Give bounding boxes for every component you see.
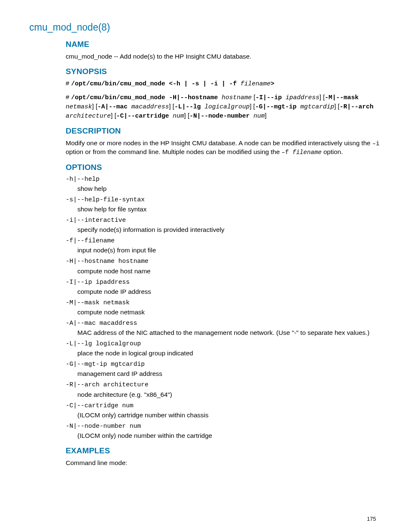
syn-end: > <box>271 80 274 87</box>
syn2-ip-arg: ipaddress <box>286 94 320 101</box>
option-desc: compute node netmask <box>77 308 382 317</box>
synopsis-line-2: # /opt/cmu/bin/cmu_mod_node -H|--hostnam… <box>66 93 382 121</box>
option-desc: MAC address of the NIC attached to the m… <box>77 329 382 337</box>
page-title: cmu_mod_node(8) <box>29 21 382 34</box>
desc-code-b: –f <box>281 149 292 156</box>
option-flag: -s|--help-file-syntax <box>66 196 382 204</box>
syn-opts: <-h | -s | -i | -f <box>165 80 240 87</box>
option-flag: -L|--lg logicalgroup <box>66 340 382 348</box>
option-flag: -G|--mgt-ip mgtcardip <box>66 360 382 369</box>
syn2-mgt-b: -G|--mgt-ip <box>255 103 300 111</box>
syn2-mgt-a: [ <box>251 103 255 110</box>
syn2-arch-a: [ <box>336 103 340 110</box>
section-heading-description: DESCRIPTION <box>66 126 382 136</box>
syn2-lg-b: -L|--lg <box>174 103 205 111</box>
option-desc: node architecture (e.g. "x86_64") <box>77 391 382 399</box>
syn2-lg-a: [ <box>171 103 174 110</box>
syn2-node-c: ] <box>265 112 266 119</box>
desc-code-b-arg: filename <box>292 149 322 156</box>
syn2-mac-arg: macaddress <box>131 103 169 111</box>
section-heading-examples: EXAMPLES <box>66 445 382 456</box>
syn-cmd: /opt/cmu/bin/cmu_mod_node <box>71 80 165 87</box>
option-desc: compute node IP address <box>77 288 382 296</box>
syn2-cart-arg: num <box>173 113 184 120</box>
option-desc: specify node(s) information is provided … <box>77 226 382 234</box>
name-text: cmu_mod_node -- Add node(s) to the HP In… <box>66 52 382 61</box>
option-flag: -i|--interactive <box>66 216 382 225</box>
option-flag: -f|--filename <box>66 237 382 245</box>
section-heading-synopsis: SYNOPSIS <box>66 66 382 77</box>
syn2-node-arg: num <box>253 113 265 120</box>
option-desc: show help <box>77 185 382 193</box>
option-desc: input node(s) from input file <box>77 246 382 255</box>
option-desc: show help for file syntax <box>77 205 382 214</box>
desc-code-a: –i <box>372 140 379 147</box>
option-desc: (ILOCM only) node number within the cart… <box>77 432 382 440</box>
syn-prefix: # <box>66 80 71 87</box>
option-desc: (ILOCM only) cartridge number within cha… <box>77 411 382 420</box>
desc-c: option. <box>322 148 343 155</box>
syn2-prefix: # <box>66 93 71 100</box>
synopsis-line-1: # /opt/cmu/bin/cmu_mod_node <-h | -s | -… <box>66 79 382 88</box>
section-heading-name: NAME <box>66 39 382 50</box>
syn2-node-b: -N|--node-number <box>189 113 253 120</box>
syn2-mac-b: -A|--mac <box>97 103 131 111</box>
syn2-host: hostname <box>222 94 252 101</box>
option-flag: -A|--mac macaddress <box>66 319 382 328</box>
syn2-arch-b: -R|--arch <box>340 103 373 111</box>
syn2-ip-b: -I|--ip <box>256 94 286 101</box>
option-flag: -N|--node-number num <box>66 422 382 431</box>
syn2-mask-arg: netmask <box>66 103 92 111</box>
examples-text: Command line mode: <box>66 459 382 468</box>
desc-a: Modify one or more nodes in the HP Insig… <box>66 139 372 146</box>
syn2-ip-a: [ <box>252 93 256 100</box>
syn2-mgt-arg: mgtcardip <box>300 103 334 111</box>
description-text: Modify one or more nodes in the HP Insig… <box>66 139 382 157</box>
syn2-node-a: [ <box>186 112 189 119</box>
syn2-cart-b: -C|--cartridge <box>116 113 173 120</box>
syn-arg: filename <box>240 80 271 87</box>
option-flag: -h|--help <box>66 175 382 184</box>
syn2-cart-a: [ <box>113 112 116 119</box>
option-flag: -I|--ip ipaddress <box>66 278 382 287</box>
desc-b: option or from the command line. Multipl… <box>66 148 281 155</box>
section-heading-options: OPTIONS <box>66 162 382 173</box>
syn2-mask-b: -M|--mask <box>325 94 359 101</box>
syn2-arch-arg: architecture <box>66 113 111 120</box>
option-flag: -C|--cartridge num <box>66 402 382 410</box>
option-flag: -R|--arch architecture <box>66 381 382 389</box>
syn2-mac-a: [ <box>94 103 97 110</box>
option-desc: compute node host name <box>77 267 382 276</box>
syn2-cmd: /opt/cmu/bin/cmu_mod_node -H|--hostname <box>71 94 222 101</box>
option-desc: place the node in logical group indicate… <box>77 349 382 358</box>
content-body: NAME cmu_mod_node -- Add node(s) to the … <box>66 39 382 467</box>
option-flag: -M|--mask netmask <box>66 299 382 307</box>
option-desc: management card IP address <box>77 370 382 378</box>
syn2-lg-arg: logicalgroup <box>205 103 250 111</box>
syn2-mask-a: [ <box>321 93 325 100</box>
option-flag: -H|--hostname hostname <box>66 257 382 266</box>
options-list: -h|--help show help -s|--help-file-synta… <box>66 175 382 440</box>
